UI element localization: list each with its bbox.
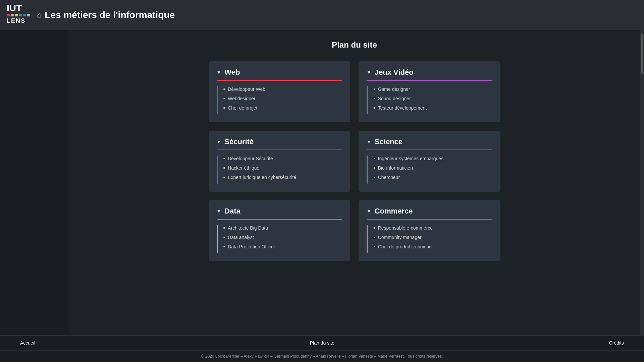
card-web: ▼WebDéveloppeur WebWebdesignerChef de pr…	[209, 61, 351, 122]
list-item[interactable]: Sound designer	[373, 96, 427, 102]
card-web-title: Web	[224, 68, 240, 77]
author-link-3[interactable]: Anaïs Revelle	[316, 354, 340, 359]
card-data-header: ▼Data	[217, 207, 342, 216]
card-commerce-border	[367, 225, 368, 253]
home-icon[interactable]: ⌂	[37, 11, 41, 19]
footer-plan-link[interactable]: Plan du site	[310, 340, 334, 346]
card-jeux-video-divider	[367, 80, 492, 81]
logo-colored-bars	[7, 14, 30, 16]
list-item[interactable]: Ingénieur systèmes embarqués	[373, 156, 443, 162]
logo-lens-text: LENS	[7, 17, 25, 24]
card-data-list: Architecte Big DataData analystData Prot…	[223, 225, 275, 253]
card-data-content: Architecte Big DataData analystData Prot…	[217, 225, 342, 253]
list-item[interactable]: Architecte Big Data	[223, 225, 275, 231]
logo-iut-text: IUT	[7, 3, 22, 13]
list-item[interactable]: Développeur Web	[223, 86, 265, 92]
author-link-2[interactable]: Germain Poloudenny	[274, 354, 312, 359]
author-link-5[interactable]: Marie Verraest	[377, 354, 404, 359]
page-title: Plan du site	[82, 40, 627, 50]
list-item[interactable]: Game designer	[373, 86, 427, 92]
list-item[interactable]: Chercheur	[373, 174, 443, 180]
list-item[interactable]: Bio-informaticien	[373, 165, 443, 171]
cards-grid: ▼WebDéveloppeur WebWebdesignerChef de pr…	[209, 61, 500, 261]
main-content: Plan du site ▼WebDéveloppeur WebWebdesig…	[69, 30, 640, 335]
card-data-border	[217, 225, 218, 253]
card-commerce-divider	[367, 219, 492, 220]
card-jeux-video: ▼Jeux VidéoGame designerSound designerTe…	[359, 61, 500, 122]
card-science: ▼ScienceIngénieur systèmes embarquésBio-…	[359, 131, 500, 192]
footer-credits: © 2020 Loïck Mercier – Alexy Pawlicki – …	[0, 350, 644, 362]
card-commerce-list: Responsable e-commerceCommunity managerC…	[373, 225, 433, 253]
card-science-arrow-icon: ▼	[367, 139, 371, 144]
author-link-1[interactable]: Alexy Pawlicki	[244, 354, 269, 359]
card-web-header: ▼Web	[217, 68, 342, 77]
list-item[interactable]: Data analyst	[223, 234, 275, 240]
card-jeux-video-content: Game designerSound designerTesteur dével…	[367, 86, 492, 114]
card-data: ▼DataArchitecte Big DataData analystData…	[209, 200, 351, 261]
scrollbar-area[interactable]	[640, 30, 644, 335]
card-jeux-video-title: Jeux Vidéo	[375, 68, 414, 77]
footer-accueil-link[interactable]: Accueil	[20, 340, 35, 346]
page-heading: Les métiers de l'informatique	[45, 10, 175, 20]
author-link-0[interactable]: Loïck Mercier	[215, 354, 239, 359]
footer-credits-link[interactable]: Crédits	[609, 340, 624, 346]
scrollbar-thumb[interactable]	[641, 34, 643, 74]
list-item[interactable]: Data Protection Officer	[223, 244, 275, 250]
card-jeux-video-list: Game designerSound designerTesteur dével…	[373, 86, 427, 114]
card-commerce-title: Commerce	[375, 207, 413, 216]
card-jeux-video-header: ▼Jeux Vidéo	[367, 68, 492, 77]
card-securite-border	[217, 156, 218, 184]
card-securite-title: Sécurité	[224, 137, 254, 146]
card-data-arrow-icon: ▼	[217, 208, 221, 214]
card-commerce-content: Responsable e-commerceCommunity managerC…	[367, 225, 492, 253]
card-web-list: Développeur WebWebdesignerChef de projet	[223, 86, 265, 114]
card-web-border	[217, 86, 218, 114]
card-web-divider	[217, 80, 342, 81]
list-item[interactable]: Chef de produit technique	[373, 244, 433, 250]
card-science-header: ▼Science	[367, 137, 492, 146]
card-science-content: Ingénieur systèmes embarquésBio-informat…	[367, 156, 492, 184]
card-commerce: ▼CommerceResponsable e-commerceCommunity…	[359, 200, 500, 261]
card-science-border	[367, 156, 368, 184]
list-item[interactable]: Chef de projet	[223, 105, 265, 111]
list-item[interactable]: Hacker éthique	[223, 165, 297, 171]
card-securite-content: Développeur SécuritéHacker éthiqueExpert…	[217, 156, 342, 184]
card-web-content: Développeur WebWebdesignerChef de projet	[217, 86, 342, 114]
header: IUT LENS ⌂ Les métiers de l'informatique	[0, 0, 644, 30]
list-item[interactable]: Community manager	[373, 234, 433, 240]
footer-nav: Accueil Plan du site Crédits	[0, 335, 644, 350]
card-commerce-header: ▼Commerce	[367, 207, 492, 216]
author-link-4[interactable]: Florian Vaneste	[345, 354, 373, 359]
list-item[interactable]: Testeur développement	[373, 105, 427, 111]
card-data-divider	[217, 219, 342, 220]
list-item[interactable]: Développeur Sécurité	[223, 156, 297, 162]
card-science-list: Ingénieur systèmes embarquésBio-informat…	[373, 156, 443, 184]
card-web-arrow-icon: ▼	[217, 70, 221, 75]
sidebar	[0, 30, 69, 335]
list-item[interactable]: Expert juridique en cybersécurité	[223, 174, 297, 180]
card-securite-arrow-icon: ▼	[217, 139, 221, 144]
card-jeux-video-arrow-icon: ▼	[367, 70, 371, 75]
card-science-divider	[367, 149, 492, 150]
card-commerce-arrow-icon: ▼	[367, 208, 371, 214]
logo-area: IUT LENS	[7, 3, 30, 27]
card-securite-divider	[217, 149, 342, 150]
card-jeux-video-border	[367, 86, 368, 114]
header-title-area: ⌂ Les métiers de l'informatique	[37, 10, 175, 20]
card-securite-list: Développeur SécuritéHacker éthiqueExpert…	[223, 156, 297, 184]
logo-box: IUT LENS	[7, 3, 30, 27]
layout: Plan du site ▼WebDéveloppeur WebWebdesig…	[0, 30, 644, 335]
card-securite: ▼SécuritéDéveloppeur SécuritéHacker éthi…	[209, 131, 351, 192]
list-item[interactable]: Webdesigner	[223, 96, 265, 102]
card-science-title: Science	[375, 137, 402, 146]
card-securite-header: ▼Sécurité	[217, 137, 342, 146]
list-item[interactable]: Responsable e-commerce	[373, 225, 433, 231]
card-data-title: Data	[224, 207, 240, 216]
